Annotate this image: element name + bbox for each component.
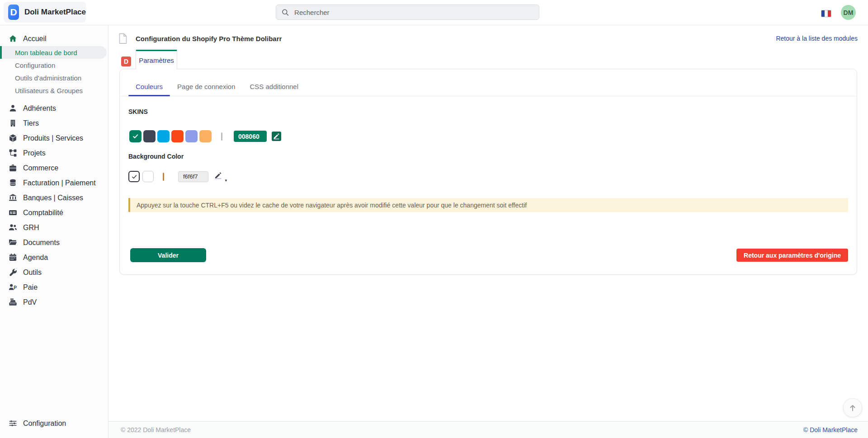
skin-swatch[interactable] <box>185 130 198 142</box>
sidebar-item-label: Banques | Caisses <box>23 194 83 202</box>
sidebar-item-agenda[interactable]: Agenda <box>0 250 108 265</box>
money-check-icon: $ <box>9 208 17 217</box>
check-icon <box>132 133 139 140</box>
reset-defaults-button[interactable]: Retour aux paramètres d'origine <box>736 249 848 262</box>
main-content: Configuration du Shopify Pro Thème Dolib… <box>108 25 868 438</box>
background-hex-input[interactable] <box>178 171 208 182</box>
warning-text: Appuyez sur la touche CTRL+F5 ou videz l… <box>137 202 527 209</box>
footer-copyright: © 2022 Doli MarketPlace <box>121 426 191 433</box>
arrow-up-icon <box>848 403 857 412</box>
back-to-modules-link[interactable]: Retour à la liste des modules <box>776 35 858 42</box>
skins-label: SKINS <box>128 108 848 115</box>
sitemap-icon <box>9 149 17 157</box>
svg-text:P: P <box>14 285 17 290</box>
sidebar-item-grh[interactable]: GRH <box>0 220 108 235</box>
sidebar-item-accueil[interactable]: Accueil <box>0 31 108 46</box>
color-picker-button[interactable] <box>272 132 281 141</box>
sidebar-item-comptabilite[interactable]: $ Comptabilité <box>0 205 108 220</box>
calendar-icon <box>9 253 17 262</box>
skin-swatch-row: 008060 <box>128 130 848 142</box>
skin-swatch-selected[interactable] <box>129 130 142 142</box>
subtab-label: CSS additionnel <box>250 83 298 90</box>
scroll-to-top-button[interactable] <box>843 398 862 417</box>
sidebar-item-label: Paie <box>23 283 38 292</box>
sidebar-item-label: Projets <box>23 149 46 157</box>
sidebar-item-label: Produits | Services <box>23 134 83 142</box>
sidebar-item-adherents[interactable]: Adhérents <box>0 101 108 116</box>
sidebar-item-configuration-bottom[interactable]: Configuration <box>0 416 108 431</box>
sidebar-item-label: Comptabilité <box>23 209 63 217</box>
search-icon <box>282 9 289 16</box>
subtab-label: Couleurs <box>136 83 163 90</box>
background-color-label: Background Color <box>128 153 848 160</box>
app-logo-icon: D <box>8 5 19 20</box>
sidebar-item-pdv[interactable]: PdV <box>0 295 108 310</box>
footer-brand-link[interactable]: © Doli MarketPlace <box>803 426 858 433</box>
sidebar-subitem-label: Mon tableau de bord <box>15 49 77 57</box>
page-footer: © 2022 Doli MarketPlace © Doli MarketPla… <box>108 421 868 438</box>
sidebar-item-label: Documents <box>23 239 60 247</box>
sidebar-item-label: Outils <box>23 268 42 277</box>
sidebar-item-facturation-paiement[interactable]: Facturation | Paiement <box>0 175 108 190</box>
sidebar-subitem-label: Configuration <box>15 61 55 69</box>
top-header: D Doli MarketPlace DM <box>0 0 868 25</box>
sidebar-item-outils[interactable]: Outils <box>0 265 108 280</box>
check-icon <box>131 174 137 180</box>
subtab-page-de-connexion[interactable]: Page de connexion <box>170 77 242 96</box>
home-icon <box>9 34 17 43</box>
skin-hex-input[interactable]: 008060 <box>234 131 267 142</box>
brand-card[interactable]: D Doli MarketPlace <box>4 2 86 23</box>
pencil-icon <box>214 172 222 179</box>
sidebar-item-label: Agenda <box>23 254 48 262</box>
sidebar-item-label: Facturation | Paiement <box>23 179 96 187</box>
page-head: Configuration du Shopify Pro Thème Dolib… <box>118 31 858 46</box>
sidebar-item-projets[interactable]: Projets <box>0 146 108 160</box>
briefcase-icon <box>9 164 17 172</box>
language-flag-icon[interactable] <box>821 10 831 17</box>
tab-parametres[interactable]: Paramètres <box>136 50 177 69</box>
sidebar-item-label: Tiers <box>23 119 39 127</box>
subtab-css-additionnel[interactable]: CSS additionnel <box>242 77 306 96</box>
coins-icon <box>9 179 17 187</box>
sidebar-subitem-outils-administration[interactable]: Outils d'administration <box>0 71 108 84</box>
sidebar-subitem-utilisateurs-groupes[interactable]: Utilisateurs & Groupes <box>0 84 108 97</box>
validate-button[interactable]: Valider <box>130 248 206 262</box>
sliders-icon <box>9 419 17 428</box>
sidebar-subitem-mon-tableau-de-bord[interactable]: Mon tableau de bord <box>0 46 107 59</box>
sidebar-subitem-label: Utilisateurs & Groupes <box>15 87 83 94</box>
sidebar-subitem-configuration[interactable]: Configuration <box>0 59 108 71</box>
skin-swatch[interactable] <box>157 130 170 142</box>
sidebar-item-label: Configuration <box>23 419 66 428</box>
divider <box>221 132 222 141</box>
sidebar-item-tiers[interactable]: Tiers <box>0 116 108 131</box>
background-swatch[interactable] <box>142 171 154 182</box>
subtab-label: Page de connexion <box>177 83 235 90</box>
background-color-picker-button[interactable]: ▾ <box>214 172 224 182</box>
sidebar-item-banques-caisses[interactable]: Banques | Caisses <box>0 190 108 205</box>
sidebar-item-produits-services[interactable]: Produits | Services <box>0 131 108 146</box>
app-title: Doli MarketPlace <box>24 8 86 17</box>
skin-swatch[interactable] <box>171 130 184 142</box>
sidebar-subitem-label: Outils d'administration <box>15 74 81 82</box>
sidebar-item-commerce[interactable]: Commerce <box>0 160 108 175</box>
user-avatar[interactable]: DM <box>841 5 856 20</box>
search-input[interactable] <box>293 8 533 17</box>
cube-icon <box>9 134 17 142</box>
page-title: Configuration du Shopify Pro Thème Dolib… <box>136 35 282 42</box>
sidebar-item-label: Adhérents <box>23 104 56 113</box>
skin-swatch[interactable] <box>199 130 212 142</box>
subtab-couleurs[interactable]: Couleurs <box>128 77 170 96</box>
sidebar-item-documents[interactable]: Documents <box>0 235 108 250</box>
module-badge-icon: D <box>121 57 131 66</box>
building-icon <box>9 119 17 127</box>
users-icon <box>9 223 17 232</box>
sidebar-item-paie[interactable]: P Paie <box>0 280 108 295</box>
warning-banner: Appuyez sur la touche CTRL+F5 ou videz l… <box>128 198 848 212</box>
bank-icon <box>9 193 17 202</box>
background-swatch-selected[interactable] <box>128 171 140 182</box>
actions-row: Valider Retour aux paramètres d'origine <box>128 248 848 262</box>
pencil-icon <box>273 133 280 140</box>
wrench-icon <box>9 268 17 277</box>
skin-swatch[interactable] <box>143 130 156 142</box>
document-icon <box>118 33 127 44</box>
